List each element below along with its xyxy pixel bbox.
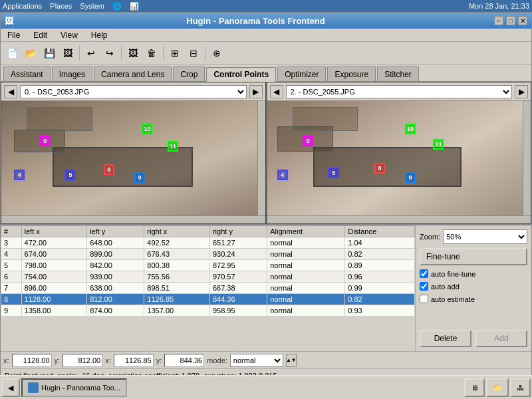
close-button[interactable]: ✕	[518, 16, 527, 25]
right-panel-header: ◀ 2. - DSC_2055.JPG ▶	[267, 82, 531, 101]
app-menu[interactable]: Applications	[3, 2, 42, 10]
left-vscroll[interactable]	[257, 101, 265, 215]
table-container[interactable]: # left x left y right x right y Alignmen…	[1, 225, 415, 351]
cp-marker-4[interactable]: 4	[14, 170, 25, 180]
left-next-button[interactable]: ▶	[249, 85, 263, 98]
col-num[interactable]: #	[1, 226, 22, 237]
cp-marker-5[interactable]: 5	[65, 170, 76, 180]
right-image-select[interactable]: 2. - DSC_2055.JPG	[286, 85, 513, 98]
save-button[interactable]: 💾	[41, 45, 58, 62]
y2-input[interactable]	[164, 354, 204, 367]
taskbar-network-icon[interactable]: 🖧	[510, 378, 531, 397]
right-prev-button[interactable]: ◀	[270, 85, 283, 98]
taskbar-app-label: Hugin - Panorama Too...	[41, 384, 120, 392]
menu-file[interactable]: File	[3, 29, 24, 41]
taskbar-monitor-icon[interactable]: 🖥	[464, 378, 485, 397]
col-ry[interactable]: right y	[209, 226, 267, 237]
table-row[interactable]: 5798.00842.00800.38872.95normal0.89	[1, 260, 415, 271]
coord-bar: x: y: x: y: mode: normal vertical horizo…	[1, 351, 531, 368]
rcp-marker-0[interactable]: 0	[303, 136, 313, 146]
rcp-marker-9[interactable]: 9	[405, 172, 416, 183]
right-next-button[interactable]: ▶	[515, 85, 528, 98]
open-button[interactable]: 📂	[22, 45, 39, 62]
col-dist[interactable]: Distance	[345, 226, 415, 237]
left-balcony	[53, 147, 193, 187]
toolbar-sep-4	[205, 46, 205, 61]
tab-control-points[interactable]: Control Points	[206, 67, 276, 82]
left-image-body[interactable]: 0 10 11 8 5 9 4	[1, 101, 257, 215]
auto-estimate-row: auto estimate	[420, 295, 527, 303]
toolbar-sep-2	[121, 46, 122, 61]
cp-marker-8[interactable]: 8	[104, 164, 114, 175]
col-align[interactable]: Alignment	[267, 226, 345, 237]
tab-optimizer[interactable]: Optimizer	[277, 66, 326, 81]
image-panels-container: ◀ 0. - DSC_2053.JPG ▶	[1, 82, 531, 225]
redo-button[interactable]: ↪	[101, 45, 118, 62]
delete-button[interactable]: Delete	[420, 330, 471, 347]
menu-view[interactable]: View	[57, 29, 82, 41]
zoom-select[interactable]: 50% 25% 75% 100%	[443, 229, 527, 244]
table-row[interactable]: 81128.00812.001126.85844.36normal0.82	[1, 294, 415, 305]
cp-marker-9[interactable]: 9	[134, 172, 145, 183]
add-button[interactable]: Add	[475, 330, 527, 347]
table-row[interactable]: 91358.00874.001357.00958.95normal0.93	[1, 305, 415, 317]
preview-button[interactable]: ⊞	[166, 45, 184, 62]
stitch-button[interactable]: 🖼	[59, 45, 76, 62]
taskbar-app-button[interactable]: Hugin - Panorama Too...	[21, 378, 127, 397]
mode-select[interactable]: normal vertical horizontal	[230, 354, 283, 367]
mode-spin[interactable]: ▲▼	[286, 354, 297, 367]
table-row[interactable]: 4674.00899.00676.43930.24normal0.82	[1, 249, 415, 260]
rcp-marker-8[interactable]: 8	[374, 163, 385, 174]
x-input[interactable]	[12, 354, 52, 367]
tab-camera[interactable]: Camera and Lens	[94, 66, 172, 81]
col-ly[interactable]: left y	[87, 226, 144, 237]
finetune-button[interactable]: Fine-tune	[420, 248, 527, 265]
right-vscroll[interactable]	[523, 101, 531, 215]
table-row[interactable]: 6754.00939.00755.56970.57normal0.96	[1, 271, 415, 283]
tab-images[interactable]: Images	[52, 66, 92, 81]
places-menu[interactable]: Places	[50, 2, 72, 10]
right-hscroll[interactable]	[267, 215, 531, 223]
undo-button[interactable]: ↩	[82, 45, 100, 62]
rcp-marker-4[interactable]: 4	[277, 170, 288, 180]
taskbar-folder-icon[interactable]: 📁	[486, 378, 509, 397]
right-image-body[interactable]: 0 10 11 8 5 9 4	[267, 101, 523, 215]
tab-assistant[interactable]: Assistant	[3, 66, 51, 81]
table-row[interactable]: 3472.00648.00492.52651.27normal1.04	[1, 237, 415, 249]
auto-estimate-checkbox[interactable]	[420, 295, 428, 303]
new-button[interactable]: 📄	[3, 45, 21, 62]
col-rx[interactable]: right x	[144, 226, 210, 237]
menu-edit[interactable]: Edit	[29, 29, 51, 41]
taskbar-left-arrow[interactable]: ◀	[1, 378, 20, 397]
y-label: y:	[55, 356, 61, 364]
table-row[interactable]: 7896.00638.00898.51667.38normal0.99	[1, 283, 415, 294]
minimize-button[interactable]: −	[494, 16, 503, 25]
y-input[interactable]	[63, 354, 102, 367]
maximize-button[interactable]: □	[506, 16, 515, 25]
y2-label: y:	[156, 356, 162, 364]
auto-finetune-checkbox[interactable]	[420, 269, 428, 278]
window-title: Hugin - Panorama Tools Frontend	[17, 16, 494, 26]
x2-input[interactable]	[114, 354, 154, 367]
auto-finetune-label: auto fine-tune	[431, 270, 475, 278]
left-image-select[interactable]: 0. - DSC_2053.JPG	[20, 85, 247, 98]
left-prev-button[interactable]: ◀	[4, 85, 17, 98]
tab-exposure[interactable]: Exposure	[327, 66, 376, 81]
gl-preview-button[interactable]: ⊟	[185, 45, 202, 62]
col-lx[interactable]: left x	[21, 226, 87, 237]
auto-add-checkbox[interactable]	[420, 282, 428, 291]
cp-button[interactable]: ⊕	[208, 45, 225, 62]
cp-marker-11[interactable]: 11	[168, 141, 178, 152]
system-menu[interactable]: System	[80, 2, 104, 10]
rcp-marker-10[interactable]: 10	[405, 124, 416, 134]
rcp-marker-11[interactable]: 11	[433, 139, 444, 150]
tab-crop[interactable]: Crop	[173, 66, 205, 81]
rcp-marker-5[interactable]: 5	[329, 168, 339, 178]
remove-images-button[interactable]: 🗑	[143, 45, 160, 62]
tab-stitcher[interactable]: Stitcher	[377, 66, 419, 81]
cp-marker-0[interactable]: 0	[40, 136, 51, 146]
menu-help[interactable]: Help	[87, 29, 112, 41]
cp-marker-10[interactable]: 10	[142, 124, 152, 134]
add-images-button[interactable]: 🖼	[124, 45, 142, 62]
left-hscroll[interactable]	[1, 215, 265, 223]
